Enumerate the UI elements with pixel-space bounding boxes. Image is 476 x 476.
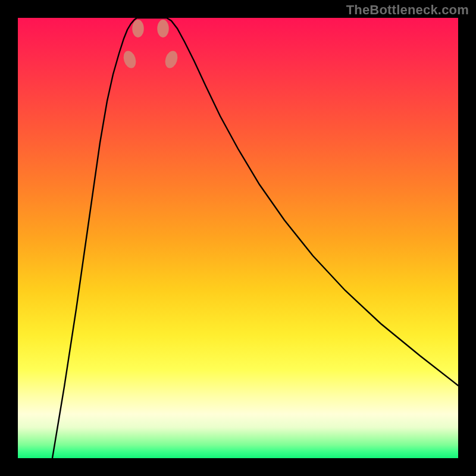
bottleneck-curve	[52, 18, 458, 458]
marker-left-lower	[132, 20, 144, 37]
curve-layer	[18, 18, 458, 458]
marker-right-upper	[163, 49, 180, 70]
watermark-text: TheBottleneck.com	[346, 2, 469, 18]
marker-left-upper	[121, 49, 138, 70]
plot-area	[18, 18, 458, 458]
chart-container: TheBottleneck.com	[0, 0, 476, 476]
valley-markers	[121, 20, 180, 70]
marker-right-lower	[157, 20, 169, 37]
